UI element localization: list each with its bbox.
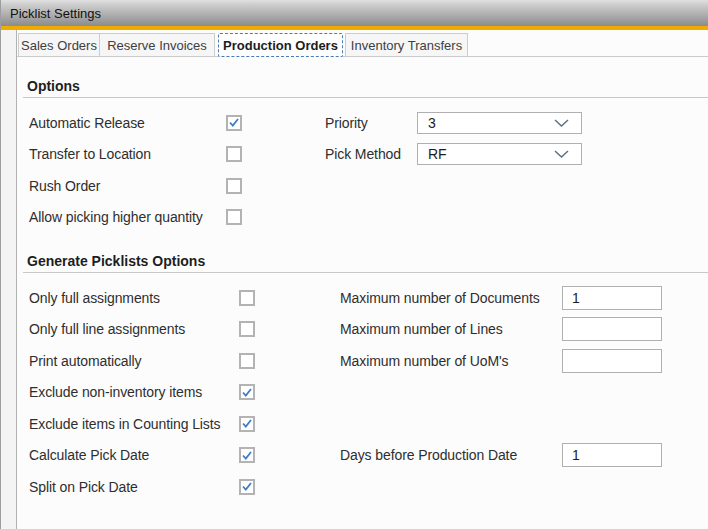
settings-row: Only full line assignmentsMaximum number… xyxy=(17,314,708,346)
checkbox-allow-picking-higher-quantity[interactable] xyxy=(226,209,242,225)
dropdown-priority[interactable]: 3 xyxy=(417,112,582,134)
tab-reserve-invoices[interactable]: Reserve Invoices xyxy=(99,33,215,56)
section-title-options: Options xyxy=(27,78,708,95)
content-area: Sales OrdersReserve InvoicesProduction O… xyxy=(17,30,708,529)
settings-row: Exclude non-inventory items xyxy=(17,377,708,409)
label-pick-method: Pick Method xyxy=(325,146,417,162)
settings-row: Calculate Pick DateDays before Productio… xyxy=(17,440,708,472)
label-maximum-number-of-documents: Maximum number of Documents xyxy=(340,290,562,306)
tab-inventory-transfers[interactable]: Inventory Transfers xyxy=(345,33,468,56)
tab-sales-orders[interactable]: Sales Orders xyxy=(18,33,100,56)
settings-row: Rush Order xyxy=(17,170,708,202)
dropdown-value: 3 xyxy=(428,115,554,131)
dropdown-pick-method[interactable]: RF xyxy=(417,143,582,165)
picklist-settings-window: Picklist Settings Sales OrdersReserve In… xyxy=(0,0,708,529)
settings-row: Transfer to LocationPick MethodRF xyxy=(17,139,708,171)
checkbox-rush-order[interactable] xyxy=(226,178,242,194)
label-maximum-number-of-lines: Maximum number of Lines xyxy=(340,321,562,337)
settings-row: Only full assignmentsMaximum number of D… xyxy=(17,282,708,314)
label-only-full-assignments: Only full assignments xyxy=(29,290,239,306)
window-titlebar[interactable]: Picklist Settings xyxy=(0,0,708,26)
label-exclude-items-in-counting-lists: Exclude items in Counting Lists xyxy=(29,416,239,432)
window-left-border xyxy=(0,0,1,529)
settings-row: Exclude items in Counting Lists xyxy=(17,408,708,440)
tab-label: Reserve Invoices xyxy=(107,38,207,53)
label-print-automatically: Print automatically xyxy=(29,353,239,369)
label-rush-order: Rush Order xyxy=(29,178,226,194)
input-days-before-production-date[interactable] xyxy=(562,443,662,467)
checkbox-exclude-non-inventory-items[interactable] xyxy=(239,384,255,400)
dropdown-value: RF xyxy=(428,146,554,162)
window-body: Sales OrdersReserve InvoicesProduction O… xyxy=(0,30,708,529)
input-maximum-number-of-uom-s[interactable] xyxy=(562,349,662,373)
checkbox-only-full-assignments[interactable] xyxy=(239,290,255,306)
settings-row: Allow picking higher quantity xyxy=(17,202,708,234)
label-priority: Priority xyxy=(325,115,417,131)
label-allow-picking-higher-quantity: Allow picking higher quantity xyxy=(29,209,226,225)
section-title-generate: Generate Picklists Options xyxy=(27,253,708,270)
label-only-full-line-assignments: Only full line assignments xyxy=(29,321,239,337)
tab-label: Inventory Transfers xyxy=(351,38,462,53)
checkbox-automatic-release[interactable] xyxy=(226,115,242,131)
tab-label: Production Orders xyxy=(223,38,338,53)
label-maximum-number-of-uom-s: Maximum number of UoM's xyxy=(340,353,562,369)
label-transfer-to-location: Transfer to Location xyxy=(29,146,226,162)
label-days-before-production-date: Days before Production Date xyxy=(340,447,562,463)
checkmark-icon xyxy=(242,451,252,460)
label-calculate-pick-date: Calculate Pick Date xyxy=(29,447,239,463)
label-automatic-release: Automatic Release xyxy=(29,115,226,131)
checkbox-only-full-line-assignments[interactable] xyxy=(239,321,255,337)
label-exclude-non-inventory-items: Exclude non-inventory items xyxy=(29,384,239,400)
label-split-on-pick-date: Split on Pick Date xyxy=(29,479,239,495)
checkbox-exclude-items-in-counting-lists[interactable] xyxy=(239,416,255,432)
chevron-down-icon xyxy=(554,119,569,127)
tab-production-orders[interactable]: Production Orders xyxy=(218,33,343,57)
input-maximum-number-of-lines[interactable] xyxy=(562,317,662,341)
input-maximum-number-of-documents[interactable] xyxy=(562,286,662,310)
settings-row: Print automaticallyMaximum number of UoM… xyxy=(17,345,708,377)
settings-row: Automatic ReleasePriority3 xyxy=(17,107,708,139)
checkmark-icon xyxy=(242,482,252,491)
checkmark-icon xyxy=(242,388,252,397)
tab-strip: Sales OrdersReserve InvoicesProduction O… xyxy=(17,33,708,57)
checkmark-icon xyxy=(229,118,239,127)
settings-row: Split on Pick Date xyxy=(17,471,708,503)
window-title: Picklist Settings xyxy=(0,1,708,26)
checkmark-icon xyxy=(242,419,252,428)
checkbox-split-on-pick-date[interactable] xyxy=(239,479,255,495)
tab-label: Sales Orders xyxy=(21,38,97,53)
checkbox-calculate-pick-date[interactable] xyxy=(239,447,255,463)
left-frame-strip xyxy=(1,30,17,529)
chevron-down-icon xyxy=(554,150,569,158)
checkbox-print-automatically[interactable] xyxy=(239,353,255,369)
checkbox-transfer-to-location[interactable] xyxy=(226,146,242,162)
